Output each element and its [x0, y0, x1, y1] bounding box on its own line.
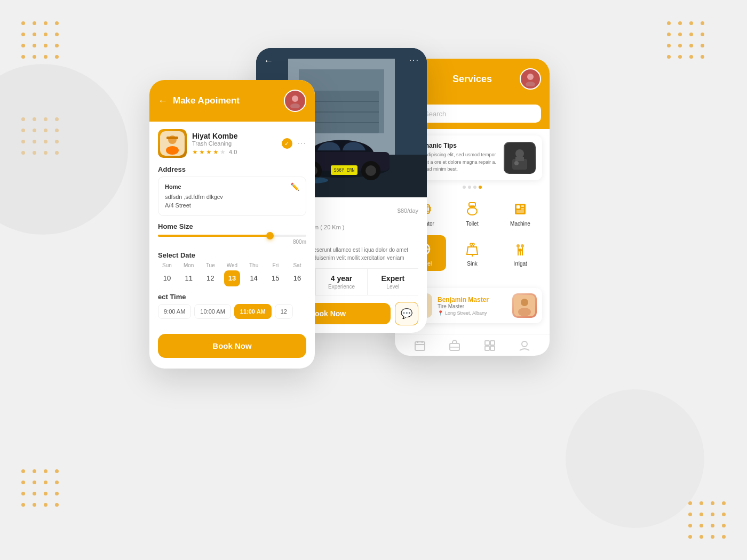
dot — [44, 55, 47, 59]
dot — [667, 21, 671, 25]
date-column[interactable]: Tue12 — [201, 262, 219, 286]
slider-track[interactable] — [158, 235, 306, 237]
briefcase-icon[interactable] — [449, 340, 460, 351]
dot — [688, 513, 692, 516]
day-number[interactable]: 16 — [289, 270, 305, 286]
home-size-section: Home Size 800m — [158, 222, 306, 245]
svg-point-71 — [518, 308, 531, 316]
address-line1: sdfsdn ,sd.fdfm dlkgcv — [165, 193, 223, 202]
time-slot[interactable]: 10:00 AM — [194, 304, 231, 319]
day-number[interactable]: 10 — [159, 270, 175, 286]
dot — [711, 524, 714, 527]
day-number[interactable]: 13 — [224, 270, 240, 286]
stat-label: Experience — [318, 284, 364, 290]
dot — [21, 55, 25, 59]
service-grid-item[interactable]: Machine — [498, 195, 542, 231]
day-number[interactable]: 15 — [267, 270, 283, 286]
location-icon-r: 📍 — [438, 310, 443, 316]
time-slot[interactable]: 12 — [275, 304, 293, 319]
time-slot[interactable]: 9:00 AM — [158, 304, 191, 319]
dot-grid-tr — [667, 21, 704, 59]
appointment-header: ← Make Apoiment — [149, 80, 315, 122]
svg-point-34 — [514, 161, 519, 165]
dot — [33, 55, 36, 59]
svg-point-29 — [527, 74, 534, 80]
dot — [33, 503, 36, 507]
service-grid-item[interactable]: Toilet — [450, 195, 494, 231]
options-dots-mid[interactable]: ··· — [409, 55, 419, 65]
svg-point-19 — [365, 165, 376, 176]
profile-icon[interactable] — [519, 340, 530, 351]
date-column[interactable]: Sun10 — [158, 262, 176, 286]
svg-text:S66Y ERN: S66Y ERN — [334, 168, 355, 173]
svg-point-42 — [467, 207, 477, 215]
provider-location: 📍 Long Street, Albany — [438, 310, 507, 316]
dot — [33, 33, 36, 36]
dot — [44, 469, 47, 473]
day-name-label: Fri — [272, 262, 279, 268]
svg-rect-47 — [521, 208, 524, 210]
grid-icon[interactable] — [484, 340, 496, 351]
dot — [688, 524, 692, 527]
dot-grid-br — [688, 501, 726, 539]
dot — [689, 44, 693, 47]
provider-info: Hiyat Kombe Trash Cleaning ★ ★ ★ ★ ★ 4.0 — [192, 132, 276, 156]
bg-arc-left — [0, 64, 128, 235]
svg-rect-79 — [490, 341, 495, 345]
dot — [55, 44, 59, 47]
dot — [700, 513, 703, 516]
date-column[interactable]: Thu14 — [245, 262, 263, 286]
day-name-label: Sat — [293, 262, 301, 268]
day-number[interactable]: 14 — [246, 270, 262, 286]
service-grid-item[interactable]: Irrigat — [498, 235, 542, 271]
dot — [21, 503, 25, 507]
dot — [701, 55, 704, 59]
dot — [55, 481, 59, 484]
service-label: Irrigat — [513, 261, 527, 267]
address-type: Home — [165, 182, 223, 191]
day-number[interactable]: 12 — [202, 270, 218, 286]
stat-value: 4 year — [318, 274, 364, 283]
carousel-dot-4 — [479, 186, 482, 189]
dot — [667, 44, 671, 47]
back-button[interactable]: ← — [158, 95, 168, 107]
dot — [689, 33, 693, 36]
options-dots[interactable]: ··· — [298, 139, 306, 148]
dot — [33, 44, 36, 47]
date-column[interactable]: Wed13 — [223, 262, 241, 286]
edit-icon[interactable]: ✏️ — [290, 182, 299, 191]
service-grid-item[interactable]: Sink — [450, 235, 494, 271]
chat-button[interactable]: 💬 — [395, 302, 418, 325]
day-number[interactable]: 11 — [181, 270, 197, 286]
provider-info-r: Benjamin Master Tire Master 📍 Long Stree… — [438, 296, 507, 316]
carousel-dot-2 — [468, 186, 471, 189]
dot — [21, 33, 25, 36]
search-placeholder: Search — [424, 110, 534, 118]
address-box: Home sdfsdn ,sd.fdfm dlkgcv A/4 Street ✏… — [158, 177, 306, 216]
calendar-icon[interactable] — [414, 340, 426, 351]
date-column[interactable]: Mon11 — [180, 262, 198, 286]
carousel-dot-1 — [463, 186, 466, 189]
phones-wrapper: ← Make Apoiment — [133, 27, 614, 507]
provider-service: Trash Cleaning — [192, 140, 276, 147]
avatar — [284, 90, 306, 112]
book-now-button[interactable]: Book Now — [158, 334, 306, 358]
star-5: ★ — [220, 148, 226, 156]
slider-thumb[interactable] — [266, 232, 274, 239]
verified-badge: ✓ — [282, 138, 292, 149]
date-column[interactable]: Fri15 — [266, 262, 284, 286]
dot — [667, 55, 671, 59]
dot — [44, 481, 47, 484]
back-button-mid[interactable]: ← — [264, 55, 273, 67]
services-avatar — [520, 68, 541, 90]
dot — [722, 524, 726, 527]
svg-rect-45 — [516, 205, 520, 209]
date-column[interactable]: Sat16 — [288, 262, 306, 286]
svg-rect-78 — [485, 341, 489, 345]
appointment-title: Make Apoiment — [173, 95, 279, 106]
time-slot[interactable]: 11:00 AM — [234, 304, 272, 319]
svg-point-60 — [516, 244, 520, 247]
provider-image — [158, 129, 187, 158]
dot — [700, 501, 703, 505]
carousel-dot-3 — [473, 186, 476, 189]
